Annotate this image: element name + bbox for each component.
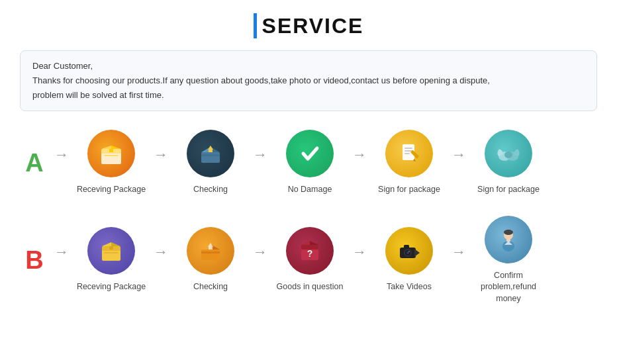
label-a4: Sign for package [378, 184, 440, 196]
svg-rect-15 [404, 153, 410, 154]
svg-marker-2 [101, 146, 111, 149]
svg-rect-14 [404, 150, 412, 152]
arrow-a4: → [451, 146, 466, 163]
arrow-b3: → [352, 244, 367, 261]
flow-item-a3: No Damage [270, 130, 350, 196]
svg-point-45 [406, 251, 409, 254]
svg-point-46 [408, 251, 410, 252]
label-b5: Confirm problem,refund money [469, 270, 548, 305]
svg-marker-10 [208, 146, 213, 150]
svg-marker-27 [102, 242, 111, 246]
letter-b: B [20, 246, 49, 275]
arrow-a0: → [54, 146, 69, 163]
letter-a: A [20, 149, 49, 177]
svg-rect-31 [201, 250, 220, 260]
icon-take-videos [385, 227, 433, 275]
notice-line3: problem will be solved at first time. [32, 88, 585, 103]
svg-rect-34 [201, 251, 220, 253]
label-a2: Checking [193, 184, 228, 196]
arrow-b2: → [253, 244, 267, 261]
flow-item-b1: Receving Package [71, 227, 151, 293]
label-b2: Checking [193, 281, 228, 293]
label-a5: Sign for package [477, 184, 540, 196]
svg-rect-36 [209, 247, 213, 250]
notice-line2: Thanks for choosing our products.If any … [32, 73, 585, 88]
page-title: SERVICE [262, 14, 364, 38]
icon-sign1 [385, 130, 433, 177]
svg-rect-25 [102, 250, 120, 261]
flow-row-b: B → Receving Package → [20, 216, 597, 305]
arrow-a3: → [352, 146, 367, 163]
svg-rect-0 [101, 152, 121, 164]
svg-marker-28 [111, 242, 120, 246]
icon-receiving-a [87, 130, 135, 177]
svg-rect-5 [104, 155, 119, 156]
svg-marker-3 [111, 146, 121, 149]
label-b4: Take Videos [387, 281, 432, 293]
flow-item-a1: Receving Package [71, 130, 151, 196]
svg-marker-35 [208, 243, 213, 247]
svg-rect-9 [201, 154, 220, 156]
icon-checking-b [187, 227, 234, 275]
icon-sign2 [485, 130, 532, 177]
page-header: SERVICE [20, 13, 597, 38]
flow-item-a4: Sign for package [369, 130, 449, 196]
flow-item-b4: Take Videos [369, 227, 449, 293]
icon-nodamage [286, 130, 334, 177]
header-bar [254, 13, 257, 38]
svg-marker-48 [414, 249, 420, 257]
label-b3: Goods in question [277, 281, 344, 293]
svg-rect-6 [201, 152, 220, 163]
notice-box: Dear Customer, Thanks for choosing our p… [20, 50, 597, 111]
flow-item-a5: Sign for package [469, 130, 548, 196]
arrow-a1: → [154, 146, 168, 163]
flow-row-a: A → Receving Package → [20, 130, 597, 196]
arrow-b0: → [54, 244, 69, 261]
flow-item-b3: ? Goods in question [270, 227, 350, 293]
flow-item-a2: Checking [171, 130, 250, 196]
label-b1: Receving Package [77, 281, 146, 293]
arrow-a2: → [253, 146, 267, 163]
icon-checking-a [187, 130, 234, 177]
svg-rect-47 [404, 245, 409, 248]
notice-line1: Dear Customer, [32, 59, 585, 73]
svg-rect-4 [109, 149, 113, 152]
flow-item-b5: Confirm problem,refund money [469, 216, 548, 305]
icon-confirm-refund [485, 216, 532, 263]
icon-receiving-b [87, 227, 135, 275]
svg-rect-13 [404, 148, 412, 149]
svg-marker-40 [310, 241, 318, 245]
svg-rect-30 [104, 252, 119, 253]
svg-rect-11 [209, 150, 213, 152]
arrow-b1: → [154, 244, 168, 261]
svg-marker-39 [301, 241, 310, 245]
svg-point-50 [504, 230, 513, 235]
svg-point-20 [504, 152, 512, 158]
arrow-b4: → [451, 244, 466, 261]
flow-item-b2: Checking [171, 227, 250, 293]
label-a1: Receving Package [77, 184, 146, 196]
icon-goods-question: ? [286, 227, 334, 275]
svg-text:?: ? [307, 248, 313, 259]
svg-rect-29 [109, 246, 113, 250]
label-a3: No Damage [288, 184, 332, 196]
